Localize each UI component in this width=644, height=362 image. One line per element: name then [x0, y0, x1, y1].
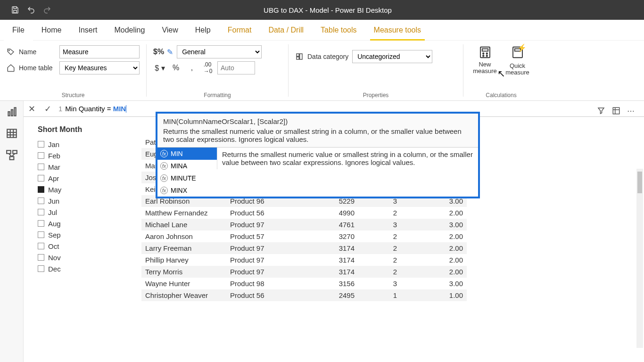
tab-format[interactable]: Format	[219, 20, 260, 41]
cursor-icon: ↖	[497, 68, 505, 79]
checkbox-icon[interactable]	[38, 197, 44, 204]
decimals-input[interactable]	[217, 61, 255, 74]
slicer-label: Oct	[48, 242, 59, 250]
intellisense-item-minute[interactable]: fxMINUTE	[157, 172, 217, 184]
table-row[interactable]: Christopher WeaverProduct 56249511.00	[141, 289, 467, 301]
tab-home[interactable]: Home	[33, 20, 70, 41]
slicer-item-dec[interactable]: Dec	[38, 263, 123, 274]
slicer-item-mar[interactable]: Mar	[38, 161, 123, 173]
undo-icon[interactable]	[25, 3, 38, 16]
decimal-button[interactable]: .00→0	[201, 62, 215, 74]
checkbox-icon[interactable]	[38, 243, 44, 249]
checkbox-icon[interactable]	[38, 164, 44, 170]
slicer-item-oct[interactable]: Oct	[38, 240, 123, 252]
comma-button[interactable]: ,	[185, 62, 198, 74]
slicer-label: Jul	[48, 208, 57, 216]
percent-button[interactable]: %	[169, 62, 182, 74]
checkbox-icon[interactable]	[38, 175, 44, 181]
slicer-label: Jan	[48, 140, 59, 148]
tab-tabletools[interactable]: Table tools	[312, 20, 365, 41]
intellisense-item-minx[interactable]: fxMINX	[157, 184, 217, 197]
slicer-label: Jun	[48, 197, 59, 205]
table-row[interactable]: Michael LaneProduct 97476133.00	[141, 219, 467, 230]
checkbox-icon[interactable]	[38, 265, 44, 272]
cell: 1	[358, 290, 401, 301]
datacat-select[interactable]: Uncategorized	[352, 50, 432, 63]
focus-icon[interactable]	[612, 107, 620, 117]
table-row[interactable]: Phillip HarveyProduct 97317422.00	[141, 254, 467, 266]
tag-icon	[7, 48, 15, 56]
cancel-formula-button[interactable]: ✕	[24, 101, 40, 117]
table-row[interactable]: Terry MorrisProduct 97317422.00	[141, 266, 467, 278]
checkbox-icon[interactable]	[38, 220, 44, 227]
tab-file[interactable]: File	[4, 20, 33, 41]
table-row[interactable]: Wayne HunterProduct 98315633.00	[141, 278, 467, 289]
slicer-item-jul[interactable]: Jul	[38, 206, 123, 218]
name-input[interactable]	[59, 45, 140, 58]
checkbox-icon[interactable]	[38, 186, 44, 193]
hometable-select[interactable]: Key Measures	[59, 61, 140, 74]
new-measure-button[interactable]: New measure	[470, 45, 500, 76]
line-number: 1	[58, 105, 62, 113]
cell: 2	[358, 266, 401, 277]
tab-insert[interactable]: Insert	[70, 20, 106, 41]
slicer-label: Apr	[48, 174, 59, 182]
tab-view[interactable]: View	[153, 20, 186, 41]
checkbox-icon[interactable]	[38, 152, 44, 159]
cell: Terry Morris	[141, 266, 226, 277]
ribbon: Name Home table Key Measures Structure $…	[0, 41, 644, 101]
intellisense-item-mina[interactable]: fxMINA	[157, 160, 217, 172]
more-icon[interactable]: ⋯	[627, 107, 635, 117]
function-signature: MIN(ColumnNameOrScalar1, [Scalar2])	[163, 117, 472, 125]
slicer-item-jun[interactable]: Jun	[38, 195, 123, 206]
redo-icon[interactable]	[41, 3, 54, 16]
table-row[interactable]: Larry FreemanProduct 97317422.00	[141, 242, 467, 254]
commit-formula-button[interactable]: ✓	[40, 101, 56, 117]
cell: 3.00	[401, 219, 467, 230]
checkbox-icon[interactable]	[38, 231, 44, 238]
checkbox-icon[interactable]	[38, 141, 44, 148]
tab-measuretools[interactable]: Measure tools	[365, 20, 430, 41]
slicer-item-jan[interactable]: Jan	[38, 139, 123, 150]
table-row[interactable]: Matthew FernandezProduct 56499022.00	[141, 207, 467, 219]
cell: 2.00	[401, 255, 467, 265]
filter-icon[interactable]	[597, 107, 605, 117]
hometable-label: Home table	[19, 64, 53, 72]
slicer-item-feb[interactable]: Feb	[38, 150, 123, 161]
slicer-item-sep[interactable]: Sep	[38, 229, 123, 240]
cell: 3174	[292, 255, 358, 265]
checkbox-icon[interactable]	[38, 254, 44, 261]
svg-rect-2	[297, 54, 299, 56]
cell: Wayne Hunter	[141, 278, 226, 289]
tab-datadrill[interactable]: Data / Drill	[260, 20, 312, 41]
formula-input[interactable]: 1Min Quantity = MIN	[56, 105, 126, 113]
slicer-item-aug[interactable]: Aug	[38, 218, 123, 229]
currency-button[interactable]: $ ▾	[153, 62, 166, 74]
save-icon[interactable]	[8, 3, 22, 16]
report-view-icon[interactable]	[6, 106, 18, 118]
cell: Christopher Weaver	[141, 290, 226, 301]
table-row[interactable]: Aaron JohnsonProduct 57327022.00	[141, 230, 467, 242]
slicer-item-may[interactable]: May	[38, 184, 123, 195]
model-view-icon[interactable]	[6, 149, 18, 161]
svg-point-7	[483, 53, 484, 54]
vertical-scrollbar[interactable]	[636, 169, 643, 348]
slicer-item-nov[interactable]: Nov	[38, 252, 123, 263]
data-view-icon[interactable]	[6, 127, 18, 140]
quick-measure-button[interactable]: ⚡ Quick measure	[503, 45, 532, 76]
slicer-item-apr[interactable]: Apr	[38, 173, 123, 184]
cell: Product 97	[226, 243, 292, 254]
fx-icon: fx	[160, 162, 168, 170]
cell: 2.00	[401, 266, 467, 277]
checkbox-icon[interactable]	[38, 209, 44, 215]
intellisense-popup: MIN(ColumnNameOrScalar1, [Scalar2]) Retu…	[156, 112, 480, 198]
svg-rect-14	[11, 110, 12, 116]
cell: Product 97	[226, 219, 292, 230]
intellisense-item-min[interactable]: fxMIN	[157, 148, 217, 160]
fx-icon: fx	[160, 187, 168, 194]
format-select[interactable]: General	[177, 45, 262, 58]
tab-help[interactable]: Help	[187, 20, 219, 41]
svg-rect-23	[9, 156, 14, 160]
tab-modeling[interactable]: Modeling	[106, 20, 153, 41]
cell: 3.00	[401, 278, 467, 289]
